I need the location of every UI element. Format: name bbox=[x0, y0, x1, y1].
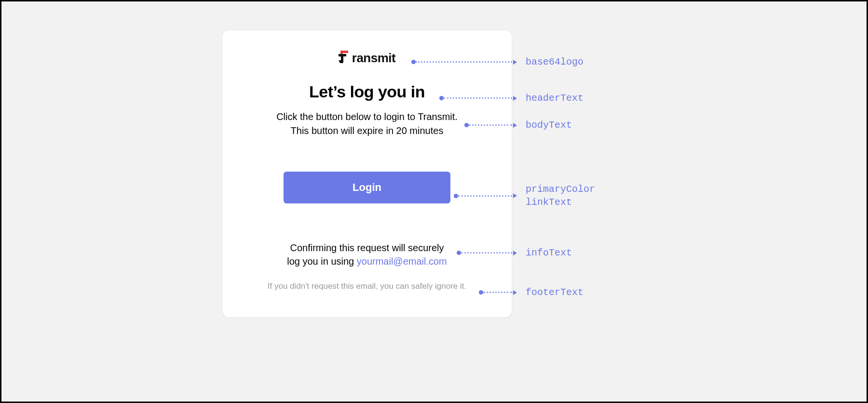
body-text: Click the button below to login to Trans… bbox=[242, 110, 492, 138]
body-line-2: This button will expire in 20 minutes bbox=[291, 125, 444, 136]
info-text: Confirming this request will securely lo… bbox=[242, 241, 492, 268]
brand-logo: ransmit bbox=[339, 50, 395, 66]
header-text: Let’s log you in bbox=[242, 82, 492, 101]
logo-mark-icon bbox=[339, 51, 349, 65]
email-card: ransmit Let’s log you in Click the butto… bbox=[222, 30, 512, 317]
footer-text: If you didn't request this email, you ca… bbox=[242, 282, 492, 291]
info-line-1: Confirming this request will securely bbox=[290, 242, 444, 253]
body-line-1: Click the button below to login to Trans… bbox=[276, 111, 458, 122]
info-line-2-prefix: log you in using bbox=[287, 256, 357, 267]
info-email-link[interactable]: yourmail@email.com bbox=[357, 256, 447, 267]
login-button[interactable]: Login bbox=[284, 172, 450, 203]
logo-word: ransmit bbox=[352, 51, 395, 66]
